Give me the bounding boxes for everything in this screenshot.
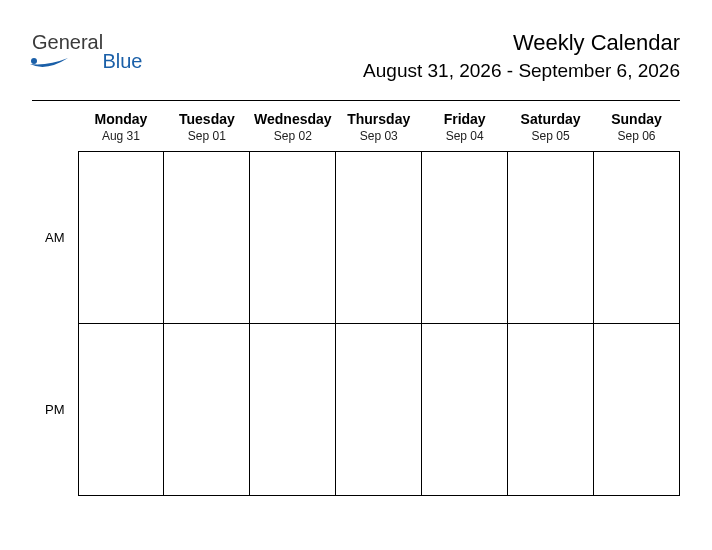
svg-point-0 bbox=[31, 58, 37, 64]
top-rule bbox=[32, 100, 680, 101]
day-date: Sep 01 bbox=[164, 129, 250, 152]
calendar-cell bbox=[508, 324, 594, 496]
title-block: Weekly Calendar August 31, 2026 - Septem… bbox=[363, 30, 680, 82]
corner-blank bbox=[32, 105, 78, 129]
calendar-cell bbox=[422, 324, 508, 496]
day-name-row: Monday Tuesday Wednesday Thursday Friday… bbox=[32, 105, 680, 129]
day-date: Sep 03 bbox=[336, 129, 422, 152]
calendar-cell bbox=[164, 152, 250, 324]
date-range: August 31, 2026 - September 6, 2026 bbox=[363, 60, 680, 82]
day-header: Wednesday bbox=[250, 105, 336, 129]
day-date: Aug 31 bbox=[78, 129, 164, 152]
day-header: Tuesday bbox=[164, 105, 250, 129]
am-row: AM bbox=[32, 152, 680, 324]
calendar: Monday Tuesday Wednesday Thursday Friday… bbox=[32, 100, 680, 496]
calendar-cell bbox=[78, 152, 164, 324]
calendar-cell bbox=[250, 152, 336, 324]
swoosh-icon bbox=[28, 54, 70, 70]
calendar-cell bbox=[422, 152, 508, 324]
day-header: Friday bbox=[422, 105, 508, 129]
day-date: Sep 06 bbox=[594, 129, 680, 152]
day-header: Monday bbox=[78, 105, 164, 129]
brand-word-2: Blue bbox=[102, 51, 142, 71]
day-date: Sep 05 bbox=[508, 129, 594, 152]
pm-row: PM bbox=[32, 324, 680, 496]
calendar-cell bbox=[164, 324, 250, 496]
day-date-row: Aug 31 Sep 01 Sep 02 Sep 03 Sep 04 Sep 0… bbox=[32, 129, 680, 152]
am-label: AM bbox=[32, 152, 78, 324]
brand-word-1: General bbox=[32, 32, 103, 52]
calendar-table: Monday Tuesday Wednesday Thursday Friday… bbox=[32, 105, 680, 496]
calendar-cell bbox=[508, 152, 594, 324]
calendar-cell bbox=[336, 152, 422, 324]
page-title: Weekly Calendar bbox=[363, 30, 680, 56]
day-header: Saturday bbox=[508, 105, 594, 129]
calendar-cell bbox=[594, 324, 680, 496]
brand-logo: General Blue bbox=[32, 32, 142, 74]
page-header: General Blue Weekly Calendar August 31, … bbox=[32, 30, 680, 82]
calendar-cell bbox=[78, 324, 164, 496]
day-header: Sunday bbox=[594, 105, 680, 129]
pm-label: PM bbox=[32, 324, 78, 496]
calendar-cell bbox=[594, 152, 680, 324]
day-header: Thursday bbox=[336, 105, 422, 129]
calendar-cell bbox=[250, 324, 336, 496]
calendar-cell bbox=[336, 324, 422, 496]
corner-blank bbox=[32, 129, 78, 152]
day-date: Sep 02 bbox=[250, 129, 336, 152]
day-date: Sep 04 bbox=[422, 129, 508, 152]
